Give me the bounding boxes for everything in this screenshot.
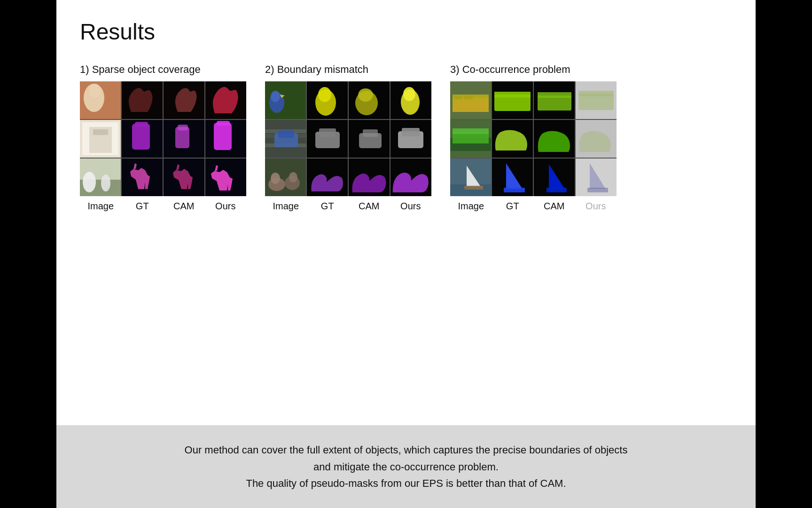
right-black-bar	[756, 0, 812, 508]
sparse-r1-c1	[80, 81, 121, 119]
cooccurrence-r2-c3	[534, 120, 575, 158]
svg-rect-13	[135, 122, 148, 127]
svg-rect-48	[319, 128, 336, 137]
bottom-bar: Our method can cover the full extent of …	[56, 425, 756, 508]
svg-point-32	[318, 87, 331, 102]
cooccurrence-r1-c4	[576, 81, 617, 119]
svg-rect-12	[132, 124, 150, 150]
image-grid-sparse	[80, 81, 246, 196]
image-grid-boundary	[265, 81, 431, 196]
cooccurrence-label-ours: Ours	[575, 201, 617, 212]
cooccurrence-r3-c4	[576, 159, 617, 196]
boundary-label-cam: CAM	[348, 201, 390, 212]
sparse-r3-c3	[164, 159, 204, 196]
boundary-r3-c3	[349, 159, 390, 196]
sparse-col-labels: Image GT CAM Ours	[80, 201, 246, 212]
svg-rect-70	[494, 92, 531, 97]
svg-point-38	[403, 87, 415, 101]
boundary-r3-c1	[265, 159, 306, 196]
boundary-r2-c1	[265, 120, 306, 158]
svg-rect-73	[538, 92, 571, 98]
svg-rect-16	[178, 125, 188, 130]
section-boundary: 2) Boundary mismatch	[265, 64, 431, 212]
svg-rect-87	[464, 186, 483, 190]
section-boundary-title: 2) Boundary mismatch	[265, 64, 368, 76]
boundary-r3-c2	[307, 159, 348, 196]
boundary-r1-c3	[349, 81, 390, 119]
svg-rect-66	[454, 95, 462, 99]
cooccurrence-r1-c3	[534, 81, 575, 119]
svg-rect-54	[402, 128, 420, 136]
bottom-line2: and mitigate the co-occurrence problem.	[313, 461, 499, 473]
sparse-label-image: Image	[80, 201, 122, 212]
svg-rect-19	[217, 121, 230, 126]
boundary-r3-c4	[390, 159, 431, 196]
sparse-r2-c2	[122, 120, 163, 158]
bottom-line3: The quality of pseudo-masks from our EPS…	[246, 477, 566, 489]
svg-rect-51	[363, 129, 378, 137]
svg-point-22	[83, 172, 96, 192]
svg-rect-93	[547, 188, 567, 192]
sparse-r2-c3	[164, 120, 204, 158]
sparse-r1-c3	[164, 81, 204, 119]
svg-point-59	[289, 172, 297, 183]
section-sparse: 1) Sparse object coverage	[80, 64, 246, 212]
cooccurrence-label-image: Image	[450, 201, 492, 212]
section-sparse-title: 1) Sparse object coverage	[80, 64, 201, 76]
cooccurrence-r3-c3	[534, 159, 575, 196]
bottom-line1: Our method can cover the full extent of …	[185, 444, 628, 456]
page-title: Results	[80, 19, 732, 45]
sparse-r3-c4	[205, 159, 246, 196]
slide-area: Results 1) Sparse object coverage	[56, 0, 756, 425]
sparse-label-gt: GT	[122, 201, 164, 212]
svg-rect-76	[578, 91, 614, 96]
svg-point-3	[89, 84, 101, 98]
sparse-r1-c4	[205, 81, 246, 119]
cooccurrence-r1-c1	[450, 81, 491, 119]
cooccurrence-r1-c2	[492, 81, 533, 119]
cooccurrence-label-cam: CAM	[533, 201, 575, 212]
cooccurrence-r2-c4	[576, 120, 617, 158]
cooccurrence-col-labels: Image GT CAM Ours	[450, 201, 617, 212]
svg-rect-45	[278, 130, 294, 138]
cooccurrence-r2-c2	[492, 120, 533, 158]
boundary-col-labels: Image GT CAM Ours	[265, 201, 431, 212]
svg-rect-18	[214, 123, 232, 150]
section-cooccurrence-title: 3) Co-occurrence problem	[450, 64, 570, 76]
boundary-r2-c2	[307, 120, 348, 158]
image-grid-cooccurrence	[450, 81, 617, 196]
left-black-bar	[0, 0, 56, 508]
svg-rect-67	[464, 95, 473, 99]
sparse-r1-c2	[122, 81, 163, 119]
boundary-label-image: Image	[265, 201, 307, 212]
sparse-label-ours: Ours	[205, 201, 247, 212]
svg-rect-96	[587, 188, 608, 192]
sparse-r2-c1	[80, 120, 121, 158]
sparse-r2-c4	[205, 120, 246, 158]
svg-rect-10	[93, 129, 108, 135]
sparse-r3-c2	[122, 159, 163, 196]
sparse-label-cam: CAM	[163, 201, 205, 212]
cooccurrence-r3-c2	[492, 159, 533, 196]
cooccurrence-label-gt: GT	[492, 201, 534, 212]
svg-point-35	[358, 88, 373, 102]
main-content: Results 1) Sparse object coverage	[56, 0, 756, 508]
svg-rect-90	[504, 188, 525, 192]
boundary-label-gt: GT	[307, 201, 349, 212]
boundary-r1-c1	[265, 81, 306, 119]
bottom-text: Our method can cover the full extent of …	[185, 442, 628, 492]
cooccurrence-r3-c1	[450, 159, 491, 196]
svg-point-29	[271, 91, 280, 102]
boundary-r2-c3	[349, 120, 390, 158]
boundary-r2-c4	[390, 120, 431, 158]
boundary-r1-c2	[307, 81, 348, 119]
svg-rect-80	[453, 128, 489, 134]
boundary-r1-c4	[390, 81, 431, 119]
section-cooccurrence: 3) Co-occurrence problem	[450, 64, 617, 212]
svg-point-57	[271, 173, 280, 184]
cooccurrence-r2-c1	[450, 120, 491, 158]
boundary-label-ours: Ours	[390, 201, 432, 212]
sparse-r3-c1	[80, 159, 121, 196]
results-grid: 1) Sparse object coverage	[80, 64, 732, 212]
svg-point-23	[101, 175, 110, 191]
